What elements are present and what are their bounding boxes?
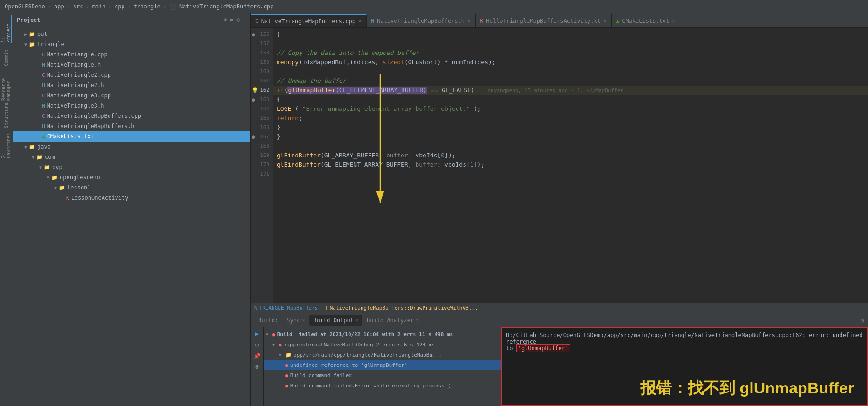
tree-item-nativetriangle2-h[interactable]: H NativeTriangle2.h [13, 80, 250, 90]
file-tree: ▶ 📁 out ▼ 📁 triangle C NativeTriangle.cp… [13, 27, 250, 406]
build-failed-text: Build: failed at 2021/10/22 16:04 with 2… [277, 332, 453, 338]
code-line-163: { [273, 95, 868, 104]
tab-hellotriangle-kt[interactable]: K HelloTriangleMapBuffersActivity.kt ✕ [476, 14, 612, 27]
build-tab-sync[interactable]: Sync ✕ [283, 315, 308, 326]
filter-btn[interactable]: 👁 [253, 363, 262, 372]
tab-nativemap-h[interactable]: H NativeTriangleMapBuffers.h ✕ [367, 14, 476, 27]
breadcrumb-src[interactable]: src [73, 3, 83, 10]
sidebar-item-favorites[interactable]: 2: Favorites [1, 130, 12, 158]
build-tab-output[interactable]: Build Output ✕ [309, 315, 362, 326]
build-tab-build[interactable]: Build: [254, 315, 282, 326]
tree-label-nativemap-h: NativeTriangleMapBuffers.h [47, 123, 135, 129]
tree-item-nativemap-h[interactable]: H NativeTriangleMapBuffers.h [13, 121, 250, 131]
run-btn[interactable]: ▶ [253, 329, 262, 338]
panel-header: Project ⊕ ⇄ ⚙ − [13, 13, 250, 27]
tab-close-nativemap-cpp[interactable]: ✕ [358, 18, 362, 24]
build-tab-analyzer-close[interactable]: ✕ [416, 318, 418, 323]
tree-item-nativetriangle3-h[interactable]: H NativeTriangle3.h [13, 101, 250, 111]
code-content[interactable]: } // Copy the data into the mapped buffe… [273, 28, 868, 303]
line-num-161: 161 [251, 76, 273, 86]
build-item-failed[interactable]: ▼ ● Build: failed at 2021/10/22 16:04 wi… [264, 329, 501, 339]
tree-item-cmake[interactable]: ▲ CMakeLists.txt [13, 131, 250, 142]
code-line-158: // Copy the data into the mapped buffer [273, 48, 868, 58]
cpp-icon-1: C [42, 52, 45, 58]
breadcrumb-main[interactable]: main [92, 3, 106, 10]
tree-item-out[interactable]: ▶ 📁 out [13, 29, 250, 39]
sep3: › [86, 3, 89, 10]
tree-item-nativetriangle3-cpp[interactable]: C NativeTriangle3.cpp [13, 90, 250, 101]
arrow-java: ▼ [22, 144, 29, 149]
build-item-cmd-failed2[interactable]: ● Build command failed.Error while execu… [264, 380, 501, 391]
close-panel-btn[interactable]: − [243, 16, 246, 23]
build-folder-text: app/src/main/cpp/triangle/NativeTriangle… [294, 352, 442, 358]
tab-close-cmake[interactable]: ✕ [672, 18, 675, 24]
tree-item-nativetriangle-cpp[interactable]: C NativeTriangle.cpp [13, 49, 250, 60]
tab-label-nativemap-cpp: NativeTriangleMapBuffers.cpp [261, 18, 355, 25]
tree-item-triangle[interactable]: ▼ 📁 triangle [13, 39, 250, 49]
tree-item-nativetriangle2-cpp[interactable]: C NativeTriangle2.cpp [13, 70, 250, 80]
tree-item-oyp[interactable]: ▼ 📁 oyp [13, 162, 250, 172]
collapse-btn[interactable]: ⇄ [230, 16, 234, 23]
breadcrumb-project[interactable]: OpenGLESDemo [5, 3, 45, 10]
build-item-cmd-failed1[interactable]: ● Build command failed [264, 370, 501, 380]
code-line-164: LOGE ( "Error unmapping element array bu… [273, 104, 868, 114]
sidebar-item-commit[interactable]: Commit [1, 44, 12, 72]
tree-item-nativemap-cpp[interactable]: C NativeTriangleMapBuffers.cpp [13, 111, 250, 121]
panel-actions: ⊕ ⇄ ⚙ − [224, 16, 246, 23]
tree-item-com[interactable]: ▼ 📁 com [13, 152, 250, 162]
arrow-oyp: ▼ [37, 165, 44, 170]
code-line-160 [273, 67, 868, 76]
build-settings-btn[interactable]: ⚙ [861, 317, 864, 324]
build-tab-sync-close[interactable]: ✕ [302, 318, 305, 323]
breadcrumb-cpp[interactable]: cpp [115, 3, 125, 10]
gutter-bulb-162[interactable]: 💡 [252, 86, 259, 95]
build-tab-analyzer[interactable]: Build Analyzer ✕ [363, 315, 422, 326]
line-num-171: 171 [251, 169, 273, 179]
tab-cmake[interactable]: ▲ CMakeLists.txt ✕ [612, 14, 680, 27]
tree-item-lesson1[interactable]: ▼ 📁 lesson1 [13, 183, 250, 193]
h-icon-2: H [42, 82, 45, 88]
tree-label-nativetriangle3-h: NativeTriangle3.h [47, 102, 104, 109]
code-line-170: glBindBuffer(GL_ELEMENT_ARRAY_BUFFER, bu… [273, 160, 868, 169]
bc-func-icon: f [325, 305, 328, 311]
code-line-166: } [273, 123, 868, 132]
tree-label-nativetriangle2-cpp: NativeTriangle2.cpp [47, 72, 111, 78]
tree-item-openglesdemo[interactable]: ▼ 📁 openglesdemo [13, 172, 250, 183]
build-tab-output-close[interactable]: ✕ [355, 318, 358, 323]
gutter-dot-163: ● [252, 95, 255, 104]
tree-label-nativetriangle3-cpp: NativeTriangle3.cpp [47, 92, 111, 99]
breadcrumb-triangle[interactable]: triangle [134, 3, 161, 10]
line-num-167: ● 167 [251, 132, 273, 142]
tree-item-lessonone[interactable]: K LessonOneActivity [13, 193, 250, 203]
build-item-undefined-ref[interactable]: ● undefined reference to 'glUnmapBuffer' [264, 360, 501, 370]
tab-nativemap-cpp[interactable]: C NativeTriangleMapBuffers.cpp ✕ [251, 14, 367, 27]
expand-all-btn[interactable]: ⊞ [253, 340, 262, 350]
top-breadcrumb: OpenGLESDemo › app › src › main › cpp › … [0, 0, 868, 13]
tab-icon-h-1: H [371, 18, 375, 24]
tab-close-hellotriangle-kt[interactable]: ✕ [603, 18, 607, 24]
tree-label-java: java [37, 143, 51, 150]
settings-btn[interactable]: ⚙ [236, 16, 240, 23]
main-layout: 1: Project Commit Resource Manager Struc… [0, 13, 868, 406]
breadcrumb-app[interactable]: app [54, 3, 64, 10]
h-icon-4: H [42, 123, 45, 129]
editor-breadcrumb: N TRIANGLE_MapBuffers › f NativeTriangle… [251, 303, 868, 313]
sidebar-item-resource-manager[interactable]: Resource Manager [1, 73, 12, 101]
pin-btn[interactable]: 📌 [253, 352, 262, 361]
tree-label-com: com [45, 154, 55, 160]
build-item-folder[interactable]: ▼ 📁 app/src/main/cpp/triangle/NativeTria… [264, 350, 501, 360]
sidebar-item-structure[interactable]: Structure [1, 102, 12, 129]
arrow-failed: ▼ [266, 332, 272, 337]
tree-item-nativetriangle-h[interactable]: H NativeTriangle.h [13, 60, 250, 70]
line-num-169: 169 [251, 151, 273, 160]
locate-file-btn[interactable]: ⊕ [224, 16, 227, 23]
bottom-area: Build: Sync ✕ Build Output ✕ Build Analy… [251, 313, 868, 406]
tree-label-lessonone: LessonOneActivity [71, 195, 129, 201]
err-icon-undefined: ● [285, 362, 288, 368]
breadcrumb-filename: NativeTriangleMapBuffers.cpp [179, 3, 273, 10]
sidebar-item-project[interactable]: 1: Project [1, 15, 12, 43]
tab-close-nativemap-h[interactable]: ✕ [467, 18, 471, 24]
build-tree: ▼ ● Build: failed at 2021/10/22 16:04 wi… [264, 327, 501, 406]
tree-item-java[interactable]: ▼ 📁 java [13, 142, 250, 152]
build-item-native[interactable]: ▼ ● :app:externalNativeBuildDebug 2 erro… [264, 339, 501, 350]
